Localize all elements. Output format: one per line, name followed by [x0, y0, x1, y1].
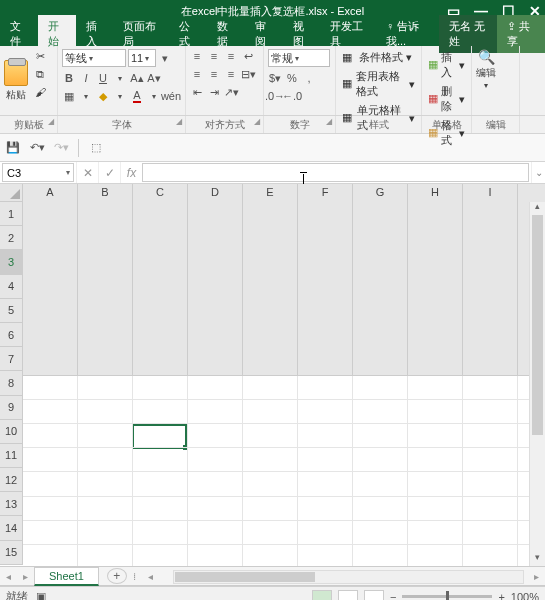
undo-button[interactable]: ↶▾: [30, 141, 44, 155]
font-color-menu[interactable]: ▾: [147, 89, 161, 103]
name-box[interactable]: C3▾: [2, 163, 74, 182]
cancel-formula-icon[interactable]: ✕: [76, 162, 98, 183]
zoom-value[interactable]: 100%: [511, 591, 539, 601]
column-header[interactable]: I: [463, 184, 518, 375]
align-center-icon[interactable]: ≡: [207, 67, 221, 81]
dialog-launcher-icon[interactable]: ◢: [176, 113, 182, 131]
increase-font-button[interactable]: A▴: [130, 71, 144, 85]
format-painter-icon[interactable]: 🖌: [32, 85, 48, 99]
dialog-launcher-icon[interactable]: ◢: [48, 113, 54, 131]
border-button[interactable]: ▦: [62, 89, 76, 103]
underline-button[interactable]: U: [96, 71, 110, 85]
sheet-tab[interactable]: Sheet1: [34, 567, 99, 586]
row-header[interactable]: 3: [0, 250, 22, 274]
tab-nav-last[interactable]: ▸: [17, 571, 34, 582]
decrease-indent-icon[interactable]: ⇤: [190, 85, 204, 99]
row-header[interactable]: 10: [0, 420, 22, 444]
new-sheet-button[interactable]: +: [107, 568, 127, 584]
row-header[interactable]: 5: [0, 299, 22, 323]
bold-button[interactable]: B: [62, 71, 76, 85]
row-header[interactable]: 1: [0, 202, 22, 226]
decrease-font-button[interactable]: A▾: [147, 71, 161, 85]
hscroll-left-icon[interactable]: ◂: [142, 571, 159, 582]
fill-color-menu[interactable]: ▾: [113, 89, 127, 103]
underline-menu[interactable]: ▾: [113, 71, 127, 85]
fill-color-button[interactable]: ◆: [96, 89, 110, 103]
column-header[interactable]: A: [23, 184, 78, 375]
copy-icon[interactable]: ⧉: [32, 67, 48, 81]
row-header[interactable]: 9: [0, 396, 22, 420]
conditional-format-button[interactable]: ▦条件格式▾: [340, 49, 417, 66]
delete-cells-button[interactable]: ▦删除▾: [426, 83, 467, 115]
row-header[interactable]: 13: [0, 492, 22, 516]
macro-record-icon[interactable]: ▣: [36, 590, 46, 600]
dialog-launcher-icon[interactable]: ◢: [326, 113, 332, 131]
vertical-scrollbar[interactable]: ▴ ▾: [529, 202, 545, 566]
percent-format-button[interactable]: %: [285, 71, 299, 85]
decrease-decimal-button[interactable]: ←.0: [285, 89, 299, 103]
hscroll-right-icon[interactable]: ▸: [528, 571, 545, 582]
select-all-corner[interactable]: [0, 184, 23, 202]
row-header[interactable]: 7: [0, 347, 22, 371]
zoom-out-button[interactable]: −: [390, 591, 396, 601]
comma-format-button[interactable]: ,: [302, 71, 316, 85]
column-header[interactable]: E: [243, 184, 298, 375]
align-right-icon[interactable]: ≡: [224, 67, 238, 81]
table-format-button[interactable]: ▦套用表格格式▾: [340, 68, 417, 100]
wrap-text-icon[interactable]: ↩: [241, 49, 255, 63]
page-layout-view-button[interactable]: [338, 590, 358, 601]
column-header[interactable]: G: [353, 184, 408, 375]
font-size-combo[interactable]: 11▾: [128, 49, 156, 67]
row-header[interactable]: 8: [0, 371, 22, 395]
active-cell[interactable]: [132, 424, 187, 449]
column-header[interactable]: D: [188, 184, 243, 375]
expand-formula-bar-icon[interactable]: ⌄: [531, 162, 545, 183]
redo-button[interactable]: ↷▾: [54, 141, 68, 155]
align-middle-icon[interactable]: ≡: [207, 49, 221, 63]
phonetic-button[interactable]: wén: [164, 89, 178, 103]
page-break-view-button[interactable]: [364, 590, 384, 601]
row-header[interactable]: 4: [0, 275, 22, 299]
cell-grid[interactable]: [23, 376, 545, 567]
horizontal-scrollbar[interactable]: [173, 570, 524, 584]
fx-icon[interactable]: fx: [120, 162, 142, 183]
font-name-combo[interactable]: 等线▾: [62, 49, 126, 67]
accounting-format-button[interactable]: $▾: [268, 71, 282, 85]
row-header[interactable]: 6: [0, 323, 22, 347]
formula-input[interactable]: [142, 163, 529, 182]
dialog-launcher-icon[interactable]: ◢: [254, 113, 260, 131]
column-header[interactable]: B: [78, 184, 133, 375]
save-icon[interactable]: 💾: [6, 141, 20, 155]
italic-button[interactable]: I: [79, 71, 93, 85]
cut-icon[interactable]: ✂: [32, 49, 48, 63]
increase-decimal-button[interactable]: .0→: [268, 89, 282, 103]
column-header[interactable]: C: [133, 184, 188, 375]
align-bottom-icon[interactable]: ≡: [224, 49, 238, 63]
editing-button[interactable]: 🔍 编辑 ▾: [476, 49, 496, 112]
zoom-slider[interactable]: [402, 595, 492, 598]
zoom-in-button[interactable]: +: [498, 591, 504, 601]
confirm-formula-icon[interactable]: ✓: [98, 162, 120, 183]
paste-button[interactable]: 粘贴: [4, 49, 28, 112]
row-header[interactable]: 12: [0, 468, 22, 492]
tab-nav-first[interactable]: ◂: [0, 571, 17, 582]
column-header[interactable]: H: [408, 184, 463, 375]
font-color-button[interactable]: A: [130, 89, 144, 103]
column-header[interactable]: F: [298, 184, 353, 375]
row-header[interactable]: 15: [0, 541, 22, 565]
font-size-stepper[interactable]: ▾: [158, 51, 172, 65]
row-header[interactable]: 14: [0, 516, 22, 540]
orientation-button[interactable]: ↗▾: [224, 85, 238, 99]
merge-button[interactable]: ⊟▾: [241, 67, 255, 81]
increase-indent-icon[interactable]: ⇥: [207, 85, 221, 99]
align-top-icon[interactable]: ≡: [190, 49, 204, 63]
touch-mode-icon[interactable]: ⬚: [89, 141, 103, 155]
align-left-icon[interactable]: ≡: [190, 67, 204, 81]
insert-cells-button[interactable]: ▦插入▾: [426, 49, 467, 81]
row-header[interactable]: 11: [0, 444, 22, 468]
row-header[interactable]: 2: [0, 226, 22, 250]
border-menu[interactable]: ▾: [79, 89, 93, 103]
number-format-combo[interactable]: 常规▾: [268, 49, 330, 67]
vertical-scroll-thumb[interactable]: [532, 215, 543, 435]
normal-view-button[interactable]: [312, 590, 332, 601]
